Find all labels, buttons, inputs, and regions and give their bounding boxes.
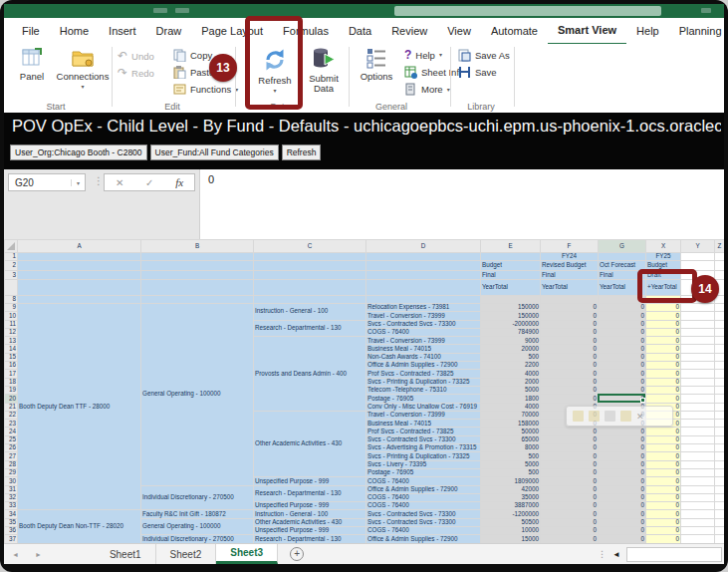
org-group-cell[interactable]: Booth Deputy Dean Non-TTF - 28020: [18, 510, 141, 543]
budget-final-cell[interactable]: 4000: [481, 370, 541, 378]
window-controls-icon[interactable]: [701, 8, 711, 13]
oct-forecast-cell[interactable]: 0: [599, 477, 646, 485]
oct-forecast-cell[interactable]: 0: [599, 428, 646, 435]
scrollbar-divider-icon[interactable]: ⋮: [598, 549, 607, 559]
row-header[interactable]: 8: [5, 296, 18, 304]
revised-budget-cell[interactable]: 0: [541, 444, 599, 452]
row-header[interactable]: 28: [5, 460, 18, 468]
account-cell[interactable]: Non-Cash Awards - 74100: [366, 353, 481, 361]
budget-final-cell[interactable]: 70000: [481, 411, 541, 419]
enter-icon[interactable]: ✓: [145, 177, 153, 188]
row-header[interactable]: 21: [5, 403, 18, 411]
budget-final-cell[interactable]: -2000000: [481, 320, 541, 328]
budget-final-cell[interactable]: 50500: [481, 518, 541, 526]
ribbon-tab-automate[interactable]: Automate: [481, 18, 548, 44]
function-group-cell[interactable]: Unspecified Purpose - 999: [254, 502, 366, 510]
ribbon-tab-file[interactable]: File: [12, 18, 50, 44]
pov-button[interactable]: Refresh: [282, 144, 322, 160]
oct-forecast-cell[interactable]: 0: [599, 510, 646, 518]
version-header[interactable]: Final: [541, 271, 599, 280]
row-header[interactable]: 22: [5, 411, 18, 419]
column-header-B[interactable]: B: [141, 240, 254, 253]
row-header[interactable]: 37: [5, 535, 18, 543]
account-cell[interactable]: Svcs - Printing & Duplication - 73325: [366, 378, 481, 386]
fy25-budget-cell[interactable]: 0: [646, 386, 681, 394]
row-header[interactable]: 35: [5, 518, 18, 526]
revised-budget-cell[interactable]: 0: [541, 493, 599, 501]
oct-forecast-cell[interactable]: 0: [599, 345, 646, 353]
copy-button[interactable]: Copy: [173, 49, 212, 62]
year-header-fy24[interactable]: FY24: [541, 253, 599, 261]
pov-button[interactable]: User_Org:Chicago Booth - C2800: [10, 144, 147, 160]
account-cell[interactable]: Postage - 76905: [366, 468, 481, 476]
row-header[interactable]: 16: [5, 362, 18, 370]
row-header[interactable]: 25: [5, 435, 18, 443]
ribbon-tab-data[interactable]: Data: [339, 18, 381, 44]
account-cell[interactable]: COGS - 76400: [366, 527, 481, 535]
account-cell[interactable]: COGS - 76400: [366, 477, 481, 485]
org-group-cell[interactable]: Booth Deputy Dean TTF - 28000: [18, 304, 141, 510]
row-header[interactable]: [5, 280, 18, 296]
revised-budget-cell[interactable]: 0: [541, 510, 599, 518]
budget-final-cell[interactable]: 2200: [481, 362, 541, 370]
oct-forecast-cell[interactable]: 0: [599, 535, 646, 543]
budget-final-cell[interactable]: 8000: [481, 444, 541, 452]
fy25-budget-cell[interactable]: 0: [646, 510, 681, 518]
row-header[interactable]: 27: [5, 452, 18, 460]
oct-forecast-cell[interactable]: 0: [599, 518, 646, 526]
year-header-fy25[interactable]: FY25: [646, 253, 681, 261]
account-cell[interactable]: Business Meal - 74015: [366, 345, 481, 353]
budget-final-cell[interactable]: 784900: [481, 328, 541, 336]
oct-forecast-cell[interactable]: 0: [599, 460, 646, 468]
row-header[interactable]: 34: [5, 510, 18, 518]
fy25-budget-cell[interactable]: 0: [646, 518, 681, 526]
revised-budget-cell[interactable]: 0: [541, 378, 599, 386]
function-group-cell[interactable]: Provosts and Deans Admin - 400: [254, 337, 366, 412]
budget-final-cell[interactable]: 10000: [481, 527, 541, 535]
revised-budget-cell[interactable]: 0: [541, 353, 599, 361]
save-button[interactable]: Save: [458, 66, 497, 79]
revised-budget-cell[interactable]: 0: [541, 395, 599, 403]
row-header[interactable]: 17: [5, 370, 18, 378]
account-cell[interactable]: Svcs - Advertising & Promotion - 73315: [366, 444, 481, 452]
account-cell[interactable]: COGS - 76400: [366, 328, 481, 336]
budget-final-cell[interactable]: 4000: [481, 403, 541, 411]
fy25-budget-cell[interactable]: 0: [646, 535, 681, 543]
row-header[interactable]: 19: [5, 386, 18, 394]
revised-budget-cell[interactable]: 0: [541, 477, 599, 485]
row-header[interactable]: 31: [5, 485, 18, 493]
ribbon-tab-smart-view[interactable]: Smart View: [548, 17, 626, 46]
panel-button[interactable]: Panel: [12, 47, 52, 82]
oct-forecast-cell[interactable]: 0: [599, 328, 646, 336]
oct-forecast-cell[interactable]: 0: [599, 502, 646, 510]
revised-budget-cell[interactable]: 0: [541, 328, 599, 336]
sheet-nav-right-icon[interactable]: ►: [27, 544, 50, 564]
row-header[interactable]: 13: [5, 337, 18, 345]
row-header[interactable]: 20: [5, 395, 18, 403]
account-cell[interactable]: Prof Svcs - Contracted - 73825: [366, 428, 481, 435]
formula-input[interactable]: 0: [199, 169, 724, 239]
fy25-budget-cell[interactable]: 0: [646, 460, 681, 468]
ribbon-tab-review[interactable]: Review: [381, 18, 437, 44]
budget-final-cell[interactable]: 20000: [481, 345, 541, 353]
fund-group-cell[interactable]: General Operating - 100000: [141, 304, 254, 486]
revised-budget-cell[interactable]: 0: [541, 345, 599, 353]
column-header-Y[interactable]: Y: [681, 240, 715, 253]
oct-forecast-cell[interactable]: 0: [599, 485, 646, 493]
fund-group-cell[interactable]: Individual Discretionary - 270500: [141, 535, 254, 543]
select-all-corner[interactable]: [7, 242, 15, 250]
ribbon-tab-planning[interactable]: Planning: [669, 18, 724, 44]
budget-final-cell[interactable]: 150000: [481, 304, 541, 312]
function-group-cell[interactable]: Research - Departmental - 130: [254, 535, 366, 543]
revised-budget-cell[interactable]: 0: [541, 370, 599, 378]
pov-button[interactable]: User_Fund:All Fund Categories: [150, 144, 279, 160]
row-header[interactable]: 2: [5, 261, 18, 271]
row-header[interactable]: 24: [5, 428, 18, 435]
sheet-tab-sheet1[interactable]: Sheet1: [96, 544, 156, 564]
ribbon-tab-home[interactable]: Home: [50, 18, 99, 44]
oct-forecast-cell[interactable]: 0: [599, 312, 646, 320]
oct-forecast-cell[interactable]: 0: [599, 370, 646, 378]
oct-forecast-cell[interactable]: 0: [599, 353, 646, 361]
account-cell[interactable]: Office & Admin Supplies - 72900: [366, 485, 481, 493]
sheet-tab-sheet2[interactable]: Sheet2: [156, 544, 217, 564]
